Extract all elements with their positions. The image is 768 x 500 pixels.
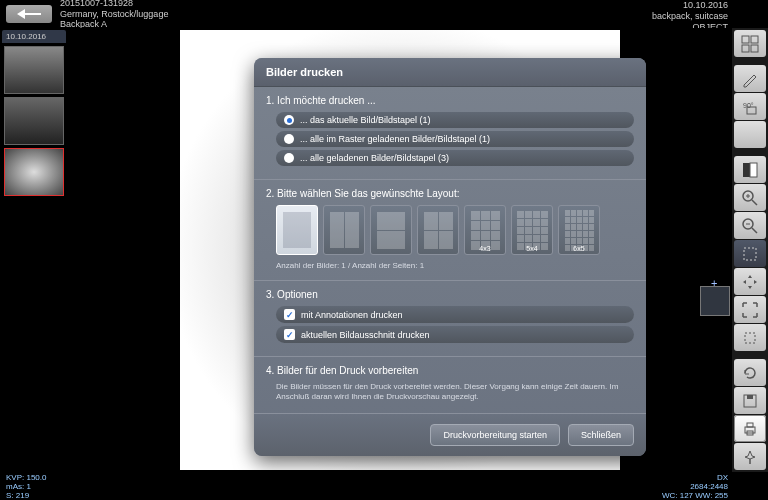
layout-option[interactable] bbox=[276, 205, 318, 255]
print-scope-option[interactable]: ... alle im Raster geladenen Bilder/Bild… bbox=[276, 131, 634, 147]
back-button[interactable] bbox=[6, 5, 52, 23]
footer-left: KVP: 150.0 mAs: 1 S: 219 Zoom: 27% bbox=[6, 474, 47, 498]
thumbnail[interactable] bbox=[4, 97, 64, 145]
rotate-icon[interactable]: 90° bbox=[734, 93, 766, 120]
layout-label: 5x4 bbox=[526, 245, 537, 252]
dialog-title: Bilder drucken bbox=[254, 58, 646, 87]
print-option-check[interactable]: ✓aktuellen Bildausschnitt drucken bbox=[276, 326, 634, 343]
save-icon[interactable] bbox=[734, 387, 766, 414]
header-info-right: 10.10.2016 backpack, suitcase OBJECT bbox=[652, 0, 768, 28]
radio-label: ... alle geladenen Bilder/Bildstapel (3) bbox=[300, 153, 449, 163]
svg-text:90°: 90° bbox=[743, 102, 754, 109]
crop-icon[interactable] bbox=[734, 324, 766, 351]
layout-option[interactable]: 4x3 bbox=[464, 205, 506, 255]
radio-label: ... alle im Raster geladenen Bilder/Bild… bbox=[300, 134, 490, 144]
section-4-head: 4. Bilder für den Druck vorbereiten bbox=[266, 365, 634, 376]
reset-icon[interactable] bbox=[734, 359, 766, 386]
print-option-check[interactable]: ✓mit Annotationen drucken bbox=[276, 306, 634, 323]
section-1-head: 1. Ich möchte drucken ... bbox=[266, 95, 634, 106]
blank-tool[interactable] bbox=[734, 121, 766, 148]
thumbnail-strip: 10.10.2016 bbox=[0, 28, 68, 472]
print-icon[interactable] bbox=[734, 415, 766, 442]
move-icon[interactable] bbox=[734, 268, 766, 295]
svg-rect-0 bbox=[742, 36, 749, 43]
thumb-date-tab[interactable]: 10.10.2016 bbox=[2, 30, 66, 43]
layout-option[interactable] bbox=[323, 205, 365, 255]
layout-option[interactable]: 6x5 bbox=[558, 205, 600, 255]
thumbnail[interactable] bbox=[4, 148, 64, 196]
layout-option[interactable] bbox=[370, 205, 412, 255]
fit-icon[interactable] bbox=[734, 240, 766, 267]
svg-rect-1 bbox=[751, 36, 758, 43]
thumbnail[interactable] bbox=[4, 46, 64, 94]
nav-marker[interactable] bbox=[700, 286, 730, 316]
svg-line-13 bbox=[752, 228, 757, 233]
checkbox-label: aktuellen Bildausschnitt drucken bbox=[301, 330, 430, 340]
layout-label: 4x3 bbox=[479, 245, 490, 252]
radio-icon bbox=[284, 115, 294, 125]
svg-rect-16 bbox=[745, 333, 755, 343]
layout-label: 6x5 bbox=[573, 245, 584, 252]
pin-icon[interactable] bbox=[734, 443, 766, 470]
svg-rect-15 bbox=[744, 248, 756, 260]
header-info-left: 20151007-131928 Germany, Rostock/luggage… bbox=[60, 0, 168, 30]
svg-rect-6 bbox=[743, 163, 750, 177]
svg-line-9 bbox=[752, 200, 757, 205]
session-id: 20151007-131928 bbox=[60, 0, 168, 9]
grid-icon[interactable] bbox=[734, 30, 766, 57]
close-button[interactable]: Schließen bbox=[568, 424, 634, 446]
footer-right: DX 2684:2448 WC: 127 WW: 255 bbox=[662, 474, 728, 498]
zoom-out-icon[interactable] bbox=[734, 212, 766, 239]
layout-option[interactable] bbox=[417, 205, 459, 255]
print-dialog: Bilder drucken 1. Ich möchte drucken ...… bbox=[254, 58, 646, 456]
svg-rect-2 bbox=[742, 45, 749, 52]
contrast-icon[interactable] bbox=[734, 156, 766, 183]
header-date: 10.10.2016 bbox=[652, 0, 728, 11]
svg-rect-7 bbox=[750, 163, 757, 177]
svg-rect-18 bbox=[747, 395, 753, 399]
checkbox-icon: ✓ bbox=[284, 329, 295, 340]
layout-option[interactable]: 5x4 bbox=[511, 205, 553, 255]
radio-icon bbox=[284, 153, 294, 163]
section-3-head: 3. Optionen bbox=[266, 289, 634, 300]
zoom-in-icon[interactable] bbox=[734, 184, 766, 211]
section-2-head: 2. Bitte wählen Sie das gewünschte Layou… bbox=[266, 188, 634, 199]
radio-icon bbox=[284, 134, 294, 144]
print-scope-option[interactable]: ... alle geladenen Bilder/Bildstapel (3) bbox=[276, 150, 634, 166]
header-tags: backpack, suitcase bbox=[652, 11, 728, 22]
section-4-desc: Die Bilder müssen für den Druck vorberei… bbox=[276, 382, 634, 403]
right-toolbar: 90° bbox=[732, 28, 768, 472]
location: Germany, Rostock/luggage bbox=[60, 9, 168, 20]
svg-rect-20 bbox=[747, 423, 753, 427]
radio-label: ... das aktuelle Bild/Bildstapel (1) bbox=[300, 115, 431, 125]
print-scope-option[interactable]: ... das aktuelle Bild/Bildstapel (1) bbox=[276, 112, 634, 128]
start-button[interactable]: Druckvorbereitung starten bbox=[430, 424, 560, 446]
svg-rect-3 bbox=[751, 45, 758, 52]
window-value: WC: 127 WW: 255 bbox=[662, 492, 728, 500]
layout-counts: Anzahl der Bilder: 1 / Anzahl der Seiten… bbox=[276, 261, 634, 270]
checkbox-label: mit Annotationen drucken bbox=[301, 310, 403, 320]
checkbox-icon: ✓ bbox=[284, 309, 295, 320]
pen-icon[interactable] bbox=[734, 65, 766, 92]
fullscreen-icon[interactable] bbox=[734, 296, 766, 323]
